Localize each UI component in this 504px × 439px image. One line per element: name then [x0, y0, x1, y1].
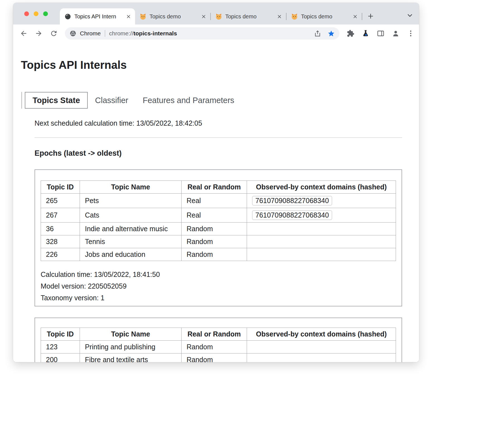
table-row: 200 Fibre and textile arts Random [41, 353, 396, 362]
epoch-box-older: Topic ID Topic Name Real or Random Obser… [35, 318, 402, 362]
topics-state-panel: Next scheduled calculation time: 13/05/2… [35, 119, 402, 362]
experiments-flask-icon[interactable] [362, 30, 370, 37]
observed-domains-cell: 7610709088227068340 [247, 208, 396, 223]
side-panel-icon[interactable] [377, 30, 385, 37]
header-real-or-random: Real or Random [182, 181, 247, 194]
browser-tabs: Topics API Intern Topics demo [60, 3, 376, 25]
table-row: 267 Cats Real 7610709088227068340 [41, 208, 396, 223]
table-row: 36 Indie and alternative music Random [41, 223, 396, 235]
internals-tab-bar: Topics State Classifier Features and Par… [21, 92, 419, 109]
divider [35, 137, 402, 138]
forward-button[interactable] [35, 30, 43, 37]
topic-name-cell: Indie and alternative music [80, 223, 182, 235]
observed-domains-cell [247, 353, 396, 362]
header-observed-domains: Observed-by context domains (hashed) [247, 181, 396, 194]
header-topic-name: Topic Name [80, 181, 182, 194]
tab-title: Topics API Intern [74, 13, 123, 20]
cat-favicon-icon [140, 13, 146, 20]
table-header-row: Topic ID Topic Name Real or Random Obser… [41, 328, 396, 341]
topic-id-cell: 328 [41, 235, 80, 248]
tab-separator [362, 13, 362, 20]
epoch-box-latest: Topic ID Topic Name Real or Random Obser… [35, 169, 402, 306]
calculation-time: Calculation time: 13/05/2022, 18:41:50 [41, 269, 396, 280]
topic-name-cell: Fibre and textile arts [80, 353, 182, 362]
real-or-random-cell: Random [182, 248, 247, 261]
browser-tab-topics-demo-2[interactable]: Topics demo [211, 8, 286, 25]
topic-name-cell: Pets [80, 194, 182, 208]
tab-title: Topics demo [301, 13, 349, 20]
topic-name-cell: Tennis [80, 235, 182, 248]
tab-features-and-parameters[interactable]: Features and Parameters [136, 92, 242, 109]
topic-id-cell: 200 [41, 353, 80, 362]
observed-domains-cell [247, 248, 396, 261]
observed-domains-cell: 7610709088227068340 [247, 194, 396, 208]
table-header-row: Topic ID Topic Name Real or Random Obser… [41, 181, 396, 194]
domain-hash-chip: 7610709088227068340 [252, 210, 332, 220]
chrome-internals-favicon-icon [64, 13, 71, 20]
profile-avatar-icon[interactable] [392, 30, 400, 37]
table-row: 265 Pets Real 7610709088227068340 [41, 194, 396, 208]
page-content: Topics API Internals Topics State Classi… [13, 42, 419, 362]
epochs-heading: Epochs (latest -> oldest) [35, 149, 402, 158]
topic-id-cell: 226 [41, 248, 80, 261]
topic-id-cell: 36 [41, 223, 80, 235]
browser-window: Topics API Intern Topics demo [13, 3, 419, 362]
tab-topics-state[interactable]: Topics State [25, 92, 88, 109]
browser-menu-kebab-icon[interactable] [407, 30, 415, 37]
back-button[interactable] [20, 30, 28, 37]
topic-name-cell: Printing and publishing [80, 341, 182, 353]
observed-domains-cell [247, 235, 396, 248]
real-or-random-cell: Real [182, 194, 247, 208]
browser-tab-topics-demo-1[interactable]: Topics demo [135, 8, 210, 25]
extensions-puzzle-icon[interactable] [347, 30, 354, 37]
reload-button[interactable] [50, 30, 58, 37]
address-bar[interactable]: Chrome chrome:// topics-internals [65, 27, 339, 40]
share-icon[interactable] [314, 30, 321, 37]
model-version: Model version: 2205052059 [41, 280, 396, 292]
real-or-random-cell: Random [182, 223, 247, 235]
page-title: Topics API Internals [21, 58, 419, 71]
tab-strip: Topics API Intern Topics demo [13, 3, 419, 25]
tab-title: Topics demo [225, 13, 273, 20]
bookmark-star-icon[interactable] [327, 30, 335, 37]
domain-hash-chip: 7610709088227068340 [252, 196, 332, 206]
epoch-table: Topic ID Topic Name Real or Random Obser… [41, 328, 396, 362]
minimize-window-button[interactable] [34, 11, 38, 16]
close-tab-icon[interactable] [201, 14, 206, 19]
next-calculation-time: Next scheduled calculation time: 13/05/2… [35, 119, 402, 127]
epoch-meta: Calculation time: 13/05/2022, 18:41:50 M… [41, 269, 396, 304]
taxonomy-version: Taxonomy version: 1 [41, 292, 396, 304]
header-observed-domains: Observed-by context domains (hashed) [247, 328, 396, 341]
header-topic-name: Topic Name [80, 328, 182, 341]
close-tab-icon[interactable] [126, 14, 131, 19]
close-window-button[interactable] [24, 11, 29, 16]
browser-tab-topics-demo-3[interactable]: Topics demo [287, 8, 362, 25]
window-controls [24, 11, 48, 16]
browser-tab-topics-internals[interactable]: Topics API Intern [60, 8, 135, 25]
maximize-window-button[interactable] [43, 11, 48, 16]
url-separator [105, 30, 105, 37]
cat-favicon-icon [291, 13, 298, 20]
topic-name-cell: Cats [80, 208, 182, 223]
topic-id-cell: 265 [41, 194, 80, 208]
chrome-logo-icon [69, 30, 77, 37]
table-row: 328 Tennis Random [41, 235, 396, 248]
topic-id-cell: 267 [41, 208, 80, 223]
tab-title: Topics demo [150, 13, 198, 20]
observed-domains-cell [247, 341, 396, 353]
tab-classifier[interactable]: Classifier [88, 92, 135, 109]
url-site-label: Chrome [80, 30, 101, 37]
table-row: 123 Printing and publishing Random [41, 341, 396, 353]
tab-bar-edge-line [21, 92, 22, 109]
close-tab-icon[interactable] [277, 14, 282, 19]
table-row: 226 Jobs and education Random [41, 248, 396, 261]
topic-name-cell: Jobs and education [80, 248, 182, 261]
header-topic-id: Topic ID [41, 181, 80, 194]
browser-toolbar: Chrome chrome:// topics-internals [13, 25, 419, 42]
observed-domains-cell [247, 223, 396, 235]
real-or-random-cell: Real [182, 208, 247, 223]
url-scheme: chrome:// [109, 30, 134, 37]
tab-search-chevron-icon[interactable] [406, 12, 414, 19]
close-tab-icon[interactable] [352, 14, 358, 19]
new-tab-button[interactable] [365, 11, 376, 22]
